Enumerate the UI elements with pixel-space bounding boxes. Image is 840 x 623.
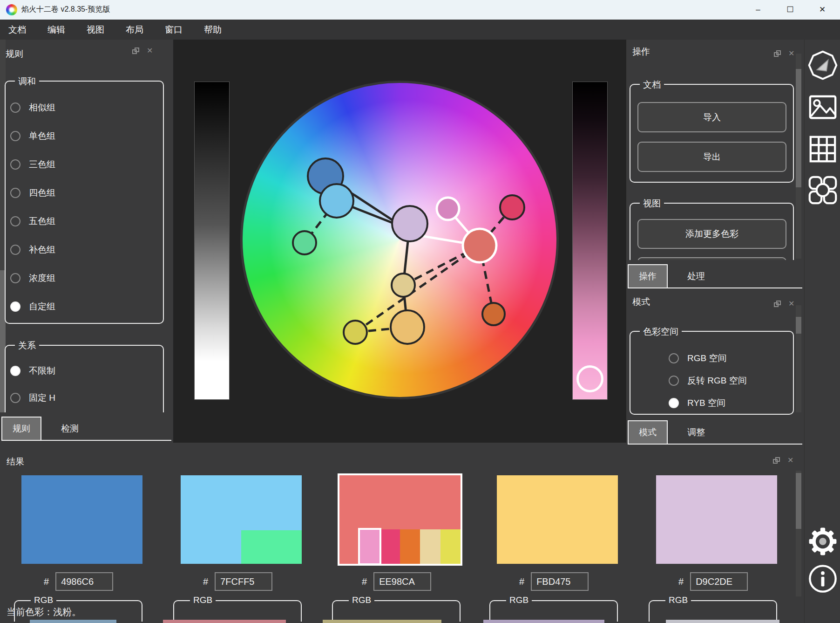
- menu-item-编辑[interactable]: 编辑: [47, 24, 65, 36]
- close-panel-icon[interactable]: ✕: [147, 46, 153, 55]
- swatch-subcolor-2[interactable]: [380, 529, 400, 564]
- import-button[interactable]: 导入: [637, 102, 786, 132]
- wheel-node-yellow[interactable]: [344, 321, 367, 344]
- maximize-button[interactable]: ☐: [777, 0, 803, 20]
- radio-icon[interactable]: [669, 353, 679, 363]
- grid-icon[interactable]: [808, 134, 838, 164]
- radio-label: RGB 空间: [687, 352, 726, 364]
- results-scrollbar-handle[interactable]: [796, 473, 801, 529]
- harmony-option-8[interactable]: 自定组: [10, 301, 55, 313]
- scheme-clover-icon[interactable]: [808, 175, 838, 205]
- wheel-node-coral[interactable]: [463, 229, 496, 262]
- result-swatch-2[interactable]: [181, 475, 302, 564]
- close-button[interactable]: ✕: [809, 0, 835, 20]
- tab-处理[interactable]: 处理: [676, 264, 716, 288]
- radio-icon[interactable]: [10, 216, 20, 226]
- swatch-main-slot[interactable]: [339, 529, 359, 564]
- rules-panel: 规则 ✕ 调和 相似组单色组三色组四色组五色组补色组浓度组自定组 关系 不限制固…: [0, 40, 173, 443]
- swatch-subcolor-1[interactable]: [359, 529, 379, 564]
- statusbar: 当前色彩：浅粉。: [0, 604, 806, 618]
- color-space-option-1[interactable]: RGB 空间: [669, 352, 726, 364]
- slider-strip-4: [483, 620, 604, 623]
- settings-gear-icon[interactable]: [808, 527, 838, 556]
- node-graph[interactable]: [173, 40, 626, 443]
- harmony-option-2[interactable]: 单色组: [10, 130, 55, 142]
- result-swatch-1[interactable]: [21, 475, 142, 564]
- radio-label: RYB 空间: [687, 397, 725, 409]
- menu-item-视图[interactable]: 视图: [87, 24, 104, 36]
- wheel-node-orange[interactable]: [482, 303, 505, 325]
- radio-icon[interactable]: [10, 188, 20, 198]
- close-panel-icon[interactable]: ✕: [788, 299, 794, 308]
- add-more-colors-button[interactable]: 添加更多色彩: [637, 219, 786, 249]
- close-panel-icon[interactable]: ✕: [787, 456, 793, 465]
- menu-item-窗口[interactable]: 窗口: [165, 24, 183, 36]
- harmony-option-6[interactable]: 补色组: [10, 244, 55, 256]
- color-space-option-2[interactable]: 反转 RGB 空间: [669, 375, 747, 387]
- result-swatch-5[interactable]: [656, 475, 777, 564]
- menu-item-文档[interactable]: 文档: [8, 24, 26, 36]
- harmony-option-4[interactable]: 四色组: [10, 187, 55, 199]
- radio-label: 不限制: [29, 365, 55, 377]
- swatch-subcolor[interactable]: [241, 530, 302, 564]
- action-scrollbar-handle[interactable]: [796, 69, 801, 187]
- tab-检测[interactable]: 检测: [50, 417, 90, 441]
- radio-icon[interactable]: [10, 301, 20, 312]
- result-swatch-3[interactable]: [339, 475, 461, 564]
- wheel-node-lavender[interactable]: [392, 206, 427, 241]
- image-icon[interactable]: [808, 92, 838, 122]
- info-icon[interactable]: [808, 564, 838, 594]
- radio-icon[interactable]: [10, 159, 20, 170]
- wheel-node-light-blue[interactable]: [320, 184, 353, 218]
- mode-scrollbar-handle[interactable]: [796, 317, 801, 334]
- tab-操作[interactable]: 操作: [628, 264, 668, 288]
- minimize-button[interactable]: –: [745, 0, 771, 20]
- slider-strip-3: [323, 620, 441, 623]
- relation-option-2[interactable]: 固定 H: [10, 392, 55, 404]
- swatch-subcolor-3[interactable]: [400, 529, 420, 564]
- relation-option-1[interactable]: 不限制: [10, 365, 55, 377]
- wheel-node-light-orange[interactable]: [391, 310, 424, 344]
- radio-icon[interactable]: [669, 398, 679, 408]
- hex-input-4[interactable]: [531, 572, 589, 591]
- slider-strip-2: [163, 620, 286, 623]
- harmony-option-5[interactable]: 五色组: [10, 215, 55, 227]
- swatch-subcolor-4[interactable]: [420, 529, 440, 564]
- tab-规则[interactable]: 规则: [1, 417, 41, 441]
- float-panel-icon[interactable]: [774, 50, 781, 57]
- tab-调整[interactable]: 调整: [676, 420, 716, 445]
- result-swatch-4[interactable]: [497, 475, 618, 564]
- radio-icon[interactable]: [669, 376, 679, 386]
- wheel-node-mint-green[interactable]: [293, 231, 316, 254]
- wheel-node-tan[interactable]: [392, 274, 415, 297]
- radio-icon[interactable]: [10, 393, 20, 403]
- radio-icon[interactable]: [10, 366, 20, 376]
- float-panel-icon[interactable]: [773, 457, 780, 464]
- harmony-option-1[interactable]: 相似组: [10, 102, 55, 114]
- close-panel-icon[interactable]: ✕: [788, 49, 794, 58]
- tab-模式[interactable]: 模式: [628, 420, 668, 445]
- swatch-subcolor-5[interactable]: [440, 529, 461, 564]
- color-space-option-3[interactable]: RYB 空间: [669, 397, 725, 409]
- menu-item-帮助[interactable]: 帮助: [204, 24, 222, 36]
- hex-input-1[interactable]: [55, 572, 113, 591]
- hex-input-2[interactable]: [215, 572, 272, 591]
- hex-input-5[interactable]: [690, 572, 748, 591]
- float-panel-icon[interactable]: [774, 301, 781, 307]
- radio-icon[interactable]: [10, 131, 20, 141]
- radio-label: 四色组: [29, 187, 55, 199]
- harmony-option-3[interactable]: 三色组: [10, 158, 55, 171]
- wheel-node-crimson[interactable]: [500, 195, 524, 219]
- radio-icon[interactable]: [10, 103, 20, 113]
- radio-label: 五色组: [29, 215, 55, 227]
- logo-octagon-icon[interactable]: [808, 50, 838, 80]
- hex-input-3[interactable]: [373, 572, 431, 591]
- wheel-node-pink[interactable]: [437, 198, 459, 220]
- radio-icon[interactable]: [10, 273, 20, 283]
- hex-prefix: #: [362, 576, 367, 587]
- radio-icon[interactable]: [10, 245, 20, 255]
- float-panel-icon[interactable]: [132, 48, 139, 54]
- harmony-option-7[interactable]: 浓度组: [10, 272, 55, 284]
- export-button[interactable]: 导出: [637, 142, 786, 172]
- menu-item-布局[interactable]: 布局: [126, 24, 143, 36]
